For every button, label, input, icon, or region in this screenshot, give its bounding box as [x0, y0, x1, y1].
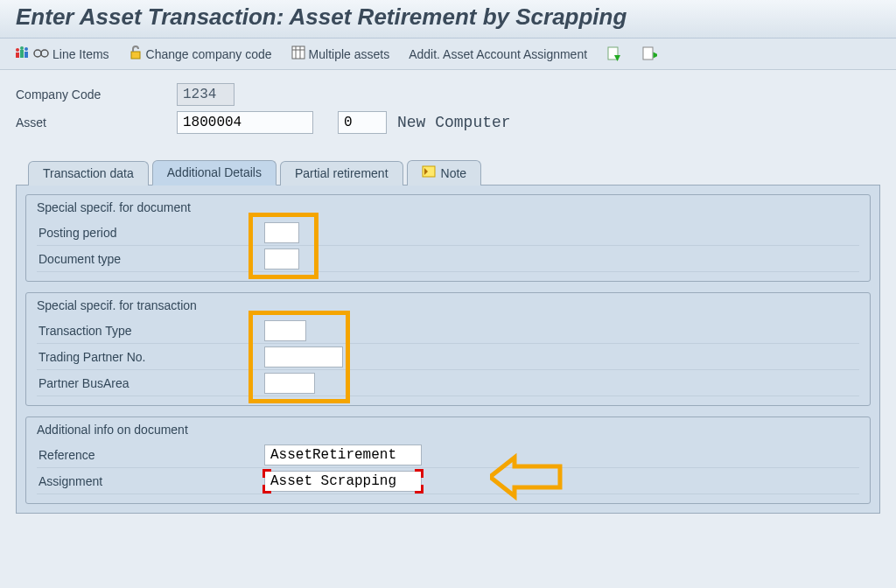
document-type-label: Document type	[37, 252, 264, 266]
svg-point-3	[16, 48, 19, 52]
change-company-label: Change company code	[146, 47, 272, 61]
tab-body: Special specif. for document Posting per…	[16, 185, 880, 514]
asset-sub-field[interactable]	[338, 111, 387, 134]
document-type-field[interactable]	[264, 248, 299, 270]
group-additional-info-title: Additional info on document	[37, 423, 859, 437]
reference-field[interactable]	[264, 444, 422, 466]
glasses-icon	[33, 47, 49, 61]
svg-rect-2	[24, 52, 28, 58]
asset-label: Asset	[16, 116, 177, 130]
transaction-type-label: Transaction Type	[37, 324, 264, 338]
line-items-button[interactable]: Line Items	[16, 46, 109, 61]
assignment-field[interactable]	[264, 471, 422, 492]
multiple-assets-label: Multiple assets	[309, 47, 390, 61]
svg-point-5	[24, 47, 28, 51]
svg-rect-9	[131, 52, 140, 59]
group-special-document-title: Special specif. for document	[37, 200, 859, 214]
partner-busarea-label: Partner BusArea	[37, 376, 264, 390]
focus-corner-icon	[262, 469, 271, 478]
toolbar: Line Items Change company code Multiple …	[0, 38, 896, 70]
focus-corner-icon	[415, 485, 424, 494]
svg-point-4	[20, 46, 24, 50]
note-icon	[422, 165, 436, 180]
assignment-label: Assignment	[37, 474, 264, 488]
tab-note-label: Note	[441, 166, 467, 180]
change-company-button[interactable]: Change company code	[129, 46, 272, 62]
unlock-icon	[129, 46, 143, 62]
company-code-field	[177, 83, 234, 106]
trading-partner-field[interactable]	[264, 346, 343, 368]
posting-period-label: Posting period	[37, 226, 264, 240]
export-doc-icon[interactable]	[641, 46, 657, 62]
svg-rect-10	[292, 46, 304, 59]
svg-rect-0	[16, 52, 19, 58]
tabstrip: Transaction data Additional Details Part…	[16, 159, 880, 185]
group-additional-info: Additional info on document Reference As…	[25, 416, 871, 504]
partner-busarea-field[interactable]	[264, 373, 315, 394]
svg-point-7	[41, 50, 48, 57]
company-code-label: Company Code	[16, 88, 177, 102]
trading-partner-label: Trading Partner No.	[37, 350, 264, 364]
reference-label: Reference	[37, 448, 264, 462]
svg-point-6	[34, 50, 41, 57]
svg-rect-16	[643, 47, 653, 60]
focus-corner-icon	[415, 469, 424, 478]
asset-number-field[interactable]	[177, 111, 313, 134]
addit-assign-button[interactable]: Addit. Asset Account Assignment	[409, 47, 587, 61]
group-special-transaction-title: Special specif. for transaction	[37, 298, 859, 312]
svg-marker-17	[654, 52, 658, 58]
focus-corner-icon	[262, 485, 271, 494]
tab-partial-retirement[interactable]: Partial retirement	[280, 161, 403, 186]
page-title: Enter Asset Transaction: Asset Retiremen…	[0, 0, 896, 38]
people-icon	[16, 46, 30, 61]
table-icon	[291, 46, 305, 62]
line-items-label: Line Items	[52, 47, 109, 61]
transaction-type-field[interactable]	[264, 320, 306, 341]
group-special-document: Special specif. for document Posting per…	[25, 194, 871, 282]
create-doc-icon[interactable]	[606, 46, 622, 62]
asset-description: New Computer	[397, 114, 511, 131]
posting-period-field[interactable]	[264, 222, 299, 243]
multiple-assets-button[interactable]: Multiple assets	[291, 46, 390, 62]
tab-transaction-data[interactable]: Transaction data	[28, 161, 149, 186]
tab-additional-details[interactable]: Additional Details	[152, 160, 276, 186]
group-special-transaction: Special specif. for transaction Transact…	[25, 292, 871, 406]
svg-rect-1	[20, 50, 24, 58]
addit-assign-label: Addit. Asset Account Assignment	[409, 47, 587, 61]
tab-note[interactable]: Note	[407, 160, 482, 186]
